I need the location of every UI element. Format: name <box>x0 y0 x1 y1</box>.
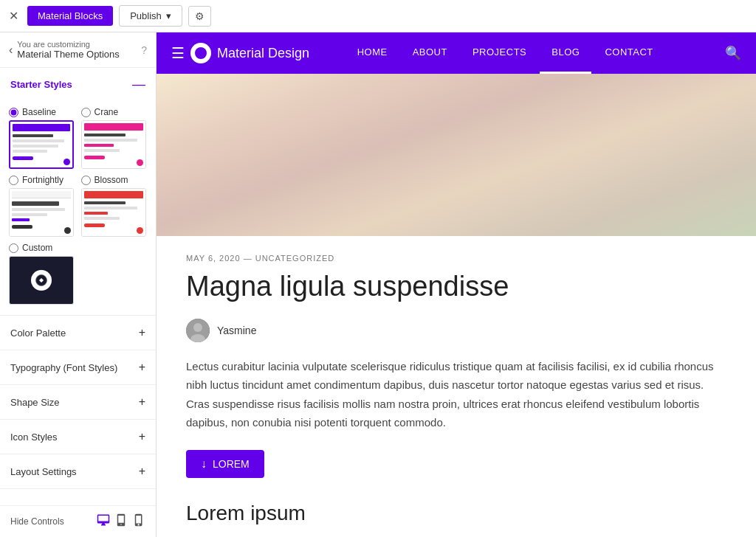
cta-button[interactable]: ↓ LOREM <box>186 450 264 478</box>
blog-content: MAY 6, 2020 — UNCATEGORIZED Magna ligula… <box>157 254 756 537</box>
custom-label[interactable]: Custom <box>9 243 147 253</box>
blossom-preview <box>81 188 146 237</box>
icon-styles-section: Icon Styles + <box>0 420 156 454</box>
blossom-text: Blossom <box>94 175 128 185</box>
starter-styles-header[interactable]: Starter Styles — <box>0 68 156 101</box>
logo-inner <box>195 47 207 59</box>
typography-section: Typography (Font Styles) + <box>0 350 156 385</box>
crane-preview <box>81 120 146 169</box>
search-icon[interactable]: 🔍 <box>725 45 741 61</box>
preview-area: ☰ Material Design HOME ABOUT PROJECTS BL… <box>157 32 756 537</box>
custom-icon <box>31 270 52 291</box>
post-author: Yasmine <box>186 319 726 342</box>
crane-label[interactable]: Crane <box>81 107 148 117</box>
icon-styles-header[interactable]: Icon Styles + <box>0 420 156 454</box>
crane-text: Crane <box>94 107 119 117</box>
layout-settings-header[interactable]: Layout Settings + <box>0 454 156 488</box>
download-icon: ↓ <box>201 457 207 471</box>
top-bar: ✕ Material Blocks Publish ▾ ⚙ <box>0 0 756 32</box>
mobile-icon-button[interactable] <box>132 513 145 530</box>
shape-size-title: Shape Size <box>10 397 60 408</box>
sidebar-bottom: Hide Controls <box>0 505 156 537</box>
baseline-preview <box>9 120 74 169</box>
layout-settings-expand-icon: + <box>139 465 145 478</box>
device-icons <box>97 513 145 530</box>
cta-label: LOREM <box>213 458 250 470</box>
blossom-radio[interactable] <box>81 176 91 185</box>
nav-home[interactable]: HOME <box>346 32 399 74</box>
nav-contact[interactable]: CONTACT <box>593 32 664 74</box>
back-button[interactable]: ‹ <box>9 44 13 57</box>
settings-button[interactable]: ⚙ <box>188 6 211 27</box>
site-header: ☰ Material Design HOME ABOUT PROJECTS BL… <box>157 32 756 74</box>
starter-styles-title: Starter Styles <box>10 79 72 90</box>
starter-styles-section: Starter Styles — Baseline <box>0 68 156 316</box>
fortnightly-option: Fortnightly <box>9 175 75 237</box>
custom-option: Custom <box>9 243 147 305</box>
layout-settings-section: Layout Settings + <box>0 454 156 489</box>
publish-button[interactable]: Publish ▾ <box>119 5 182 27</box>
color-palette-section: Color Palette + <box>0 316 156 350</box>
baseline-option: Baseline <box>9 107 75 169</box>
collapse-icon: — <box>132 77 145 92</box>
starter-styles-content: Baseline <box>0 101 156 315</box>
shape-size-expand-icon: + <box>139 395 145 409</box>
shape-size-section: Shape Size + <box>0 385 156 420</box>
customizing-info: You are customizing Material Theme Optio… <box>17 40 120 60</box>
baseline-text: Baseline <box>22 107 56 117</box>
author-avatar <box>186 319 210 342</box>
color-palette-title: Color Palette <box>10 328 66 339</box>
typography-title: Typography (Font Styles) <box>10 362 117 373</box>
style-options-grid: Baseline <box>9 107 147 237</box>
customizing-label: You are customizing <box>17 40 120 49</box>
theme-options-label: Material Theme Options <box>17 49 120 60</box>
blossom-label[interactable]: Blossom <box>81 175 148 185</box>
author-name: Yasmine <box>217 325 256 336</box>
crane-radio[interactable] <box>81 108 91 117</box>
icon-styles-expand-icon: + <box>139 430 145 443</box>
custom-text: Custom <box>22 243 52 253</box>
nav-projects[interactable]: PROJECTS <box>461 32 538 74</box>
layout-settings-title: Layout Settings <box>10 466 77 477</box>
site-logo-area: ☰ Material Design <box>171 43 309 63</box>
crane-option: Crane <box>81 107 148 169</box>
blossom-option: Blossom <box>81 175 148 237</box>
fortnightly-preview <box>9 188 74 237</box>
post-title: Magna ligula suspendisse <box>186 270 726 304</box>
custom-preview <box>9 256 74 305</box>
main-layout: ‹ You are customizing Material Theme Opt… <box>0 32 756 537</box>
icon-styles-title: Icon Styles <box>10 432 58 443</box>
logo-circle <box>190 43 211 63</box>
fortnightly-text: Fortnightly <box>22 175 63 185</box>
sidebar-header: ‹ You are customizing Material Theme Opt… <box>0 32 156 68</box>
typography-header[interactable]: Typography (Font Styles) + <box>0 350 156 384</box>
hide-controls-button[interactable]: Hide Controls <box>10 516 64 527</box>
sidebar: ‹ You are customizing Material Theme Opt… <box>0 32 157 537</box>
fortnightly-radio[interactable] <box>9 176 18 185</box>
baseline-radio[interactable] <box>9 108 18 117</box>
menu-icon[interactable]: ☰ <box>171 44 185 62</box>
custom-radio[interactable] <box>9 243 18 253</box>
tablet-icon-button[interactable] <box>114 513 128 530</box>
post-body: Lectus curabitur lacinia vulputate scele… <box>186 357 726 432</box>
section-title: Lorem ipsum <box>186 502 726 525</box>
baseline-label[interactable]: Baseline <box>9 107 75 117</box>
info-button[interactable]: ? <box>141 44 147 56</box>
site-nav: HOME ABOUT PROJECTS BLOG CONTACT <box>346 32 665 74</box>
svg-point-2 <box>193 323 202 332</box>
nav-blog[interactable]: BLOG <box>540 32 591 74</box>
site-name: Material Design <box>217 46 309 61</box>
hide-controls-label: Hide Controls <box>10 516 64 527</box>
nav-about[interactable]: ABOUT <box>401 32 459 74</box>
color-palette-expand-icon: + <box>139 326 145 339</box>
typography-expand-icon: + <box>139 361 145 374</box>
close-button[interactable]: ✕ <box>6 6 21 26</box>
desktop-icon-button[interactable] <box>97 513 110 530</box>
material-blocks-button[interactable]: Material Blocks <box>27 6 113 26</box>
color-palette-header[interactable]: Color Palette + <box>0 316 156 350</box>
fortnightly-label[interactable]: Fortnightly <box>9 175 75 185</box>
hero-image <box>157 74 756 236</box>
shape-size-header[interactable]: Shape Size + <box>0 385 156 419</box>
post-meta: MAY 6, 2020 — UNCATEGORIZED <box>186 254 726 263</box>
